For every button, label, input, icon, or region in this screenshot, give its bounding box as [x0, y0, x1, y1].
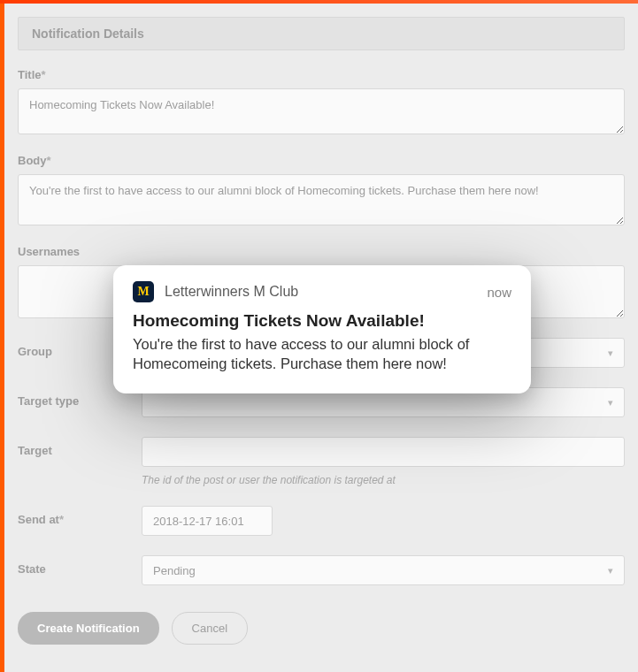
- required-star: *: [42, 68, 46, 81]
- notification-body: You're the first to have access to our a…: [133, 334, 511, 374]
- target-hint: The id of the post or user the notificat…: [142, 474, 625, 486]
- section-header: Notification Details: [18, 17, 625, 50]
- field-state: State Pending: [18, 555, 625, 585]
- title-label: Title*: [18, 68, 46, 81]
- field-target: Target The id of the post or user the no…: [18, 437, 625, 486]
- body-label: Body*: [18, 154, 51, 167]
- field-body: Body*: [18, 154, 625, 225]
- send-at-label: Send at*: [18, 506, 142, 526]
- notification-header: M Letterwinners M Club now: [133, 281, 511, 302]
- body-input[interactable]: [18, 174, 625, 225]
- app-icon: M: [133, 281, 154, 302]
- field-title: Title*: [18, 68, 625, 134]
- target-input[interactable]: [142, 437, 625, 467]
- notification-app-name: Letterwinners M Club: [165, 284, 487, 300]
- notification-time: now: [487, 285, 511, 300]
- target-label: Target: [18, 437, 142, 457]
- send-at-input[interactable]: 2018-12-17 16:01: [142, 506, 273, 536]
- notification-preview-popup: M Letterwinners M Club now Homecoming Ti…: [113, 265, 531, 393]
- required-star: *: [47, 154, 51, 167]
- title-input[interactable]: [18, 88, 625, 134]
- field-send-at: Send at* 2018-12-17 16:01: [18, 506, 625, 536]
- create-notification-button[interactable]: Create Notification: [18, 612, 159, 645]
- required-star: *: [59, 513, 64, 526]
- cancel-button[interactable]: Cancel: [172, 612, 248, 645]
- state-label: State: [18, 555, 142, 576]
- notification-title: Homecoming Tickets Now Available!: [133, 311, 511, 331]
- form-actions: Create Notification Cancel: [18, 612, 625, 645]
- usernames-label: Usernames: [18, 245, 80, 258]
- state-select[interactable]: Pending: [142, 555, 625, 585]
